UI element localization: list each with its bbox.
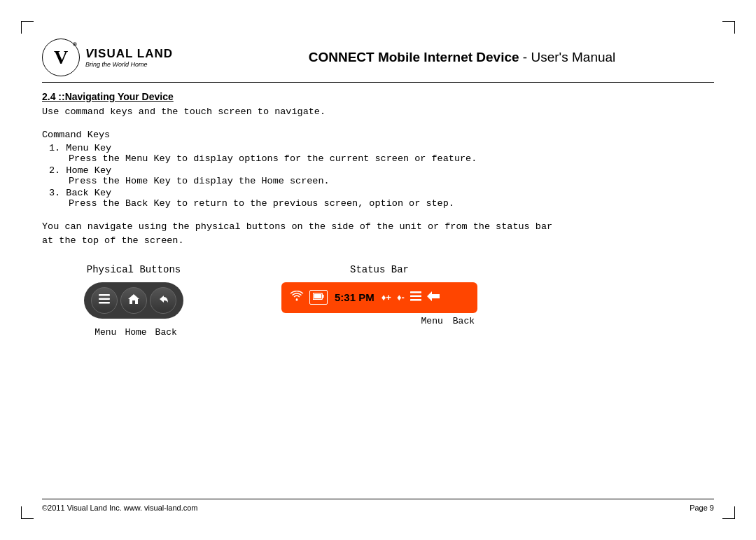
physical-button-labels: Menu Home Back	[90, 327, 177, 338]
home-key-icon	[127, 293, 140, 307]
logo-circle: V ®	[42, 39, 80, 76]
key2-desc: Press the Home Key to display the Home s…	[69, 176, 714, 186]
logo-land: L	[137, 47, 145, 60]
logo-registered: ®	[73, 41, 77, 48]
status-bar-time: 5:31 PM	[333, 291, 376, 303]
corner-mark-tr	[722, 21, 735, 34]
svg-rect-10	[410, 299, 421, 301]
key3-title: 3. Back Key	[49, 188, 714, 198]
page: V ® VISUAL LAND Bring the World Home CON…	[0, 0, 756, 540]
physical-buttons-section: Physical Buttons	[84, 264, 183, 338]
corner-mark-tl	[21, 21, 34, 34]
logo-tagline: Bring the World Home	[85, 61, 173, 68]
status-bar-widget: 5:31 PM ♦+ ♦-	[281, 282, 477, 313]
sb-menu-label: Menu	[421, 316, 443, 326]
svg-rect-1	[99, 298, 110, 300]
physical-buttons-label: Physical Buttons	[87, 264, 181, 275]
key1-desc: Press the Menu Key to display options fo…	[69, 153, 714, 164]
svg-rect-8	[410, 291, 421, 293]
svg-rect-2	[99, 302, 110, 304]
logo-v-letter: V	[54, 48, 68, 67]
footer-page: Page 9	[690, 504, 714, 512]
wifi-icon	[290, 291, 304, 305]
key-item-3: 3. Back Key Press the Back Key to return…	[49, 188, 714, 209]
section-heading: 2.4 ::Navigating Your Device	[42, 91, 714, 102]
nav-text: You can navigate using the physical butt…	[42, 220, 714, 249]
sb-back-label: Back	[453, 316, 475, 326]
footer: ©2011 Visual Land Inc. www. visual-land.…	[42, 499, 714, 512]
header-title: CONNECT Mobile Internet Device - User's …	[210, 50, 714, 65]
command-keys-label: Command Keys	[42, 130, 714, 140]
diagrams-row: Physical Buttons	[42, 264, 714, 338]
svg-rect-9	[410, 295, 421, 297]
back-key-button[interactable]	[150, 287, 176, 314]
battery-icon	[309, 290, 328, 305]
logo-visual: V	[85, 47, 94, 60]
menu-key-button[interactable]	[91, 287, 118, 314]
key-item-2: 2. Home Key Press the Home Key to displa…	[49, 165, 714, 186]
status-bar-label: Status Bar	[350, 264, 409, 275]
back-arrow-icon	[427, 290, 440, 305]
svg-marker-3	[128, 294, 139, 304]
physical-buttons-widget	[84, 282, 183, 319]
vol-down-icon: ♦-	[397, 292, 405, 303]
key2-title: 2. Home Key	[49, 165, 714, 176]
svg-rect-0	[99, 294, 110, 296]
key-item-1: 1. Menu Key Press the Menu Key to displa…	[49, 143, 714, 164]
menu-key-icon	[99, 294, 110, 306]
svg-point-4	[296, 298, 298, 300]
logo-text-area: VISUAL LAND Bring the World Home	[85, 47, 173, 68]
logo-brand-name: VISUAL LAND	[85, 47, 173, 61]
menu-lines-icon	[410, 291, 421, 304]
svg-rect-6	[323, 295, 324, 298]
keys-list: 1. Menu Key Press the Menu Key to displa…	[49, 143, 714, 209]
svg-rect-7	[314, 294, 321, 298]
key1-title: 1. Menu Key	[49, 143, 714, 153]
logo-and: AND	[145, 47, 173, 60]
header-title-regular: - User's Manual	[519, 50, 616, 64]
home-button-label: Home	[125, 327, 146, 338]
key3-desc: Press the Back Key to return to the prev…	[69, 198, 714, 209]
vol-up-icon: ♦+	[382, 292, 391, 303]
logo-area: V ® VISUAL LAND Bring the World Home	[42, 39, 210, 76]
header: V ® VISUAL LAND Bring the World Home CON…	[42, 39, 714, 83]
corner-mark-bl	[21, 506, 34, 519]
logo-isual: ISUAL	[94, 47, 136, 60]
back-button-label: Back	[155, 327, 177, 338]
status-bar-section: Status Bar	[281, 264, 477, 326]
header-title-bold: CONNECT Mobile Internet Device	[309, 50, 519, 64]
menu-button-label: Menu	[94, 327, 116, 338]
svg-marker-11	[427, 291, 440, 301]
status-bar-button-labels: Menu Back	[281, 316, 477, 326]
main-content: 2.4 ::Navigating Your Device Use command…	[42, 91, 714, 484]
corner-mark-br	[722, 506, 735, 519]
footer-copyright: ©2011 Visual Land Inc. www. visual-land.…	[42, 504, 198, 512]
intro-text: Use command keys and the touch screen to…	[42, 106, 714, 117]
back-key-icon	[157, 293, 169, 307]
home-key-button[interactable]	[120, 287, 147, 314]
